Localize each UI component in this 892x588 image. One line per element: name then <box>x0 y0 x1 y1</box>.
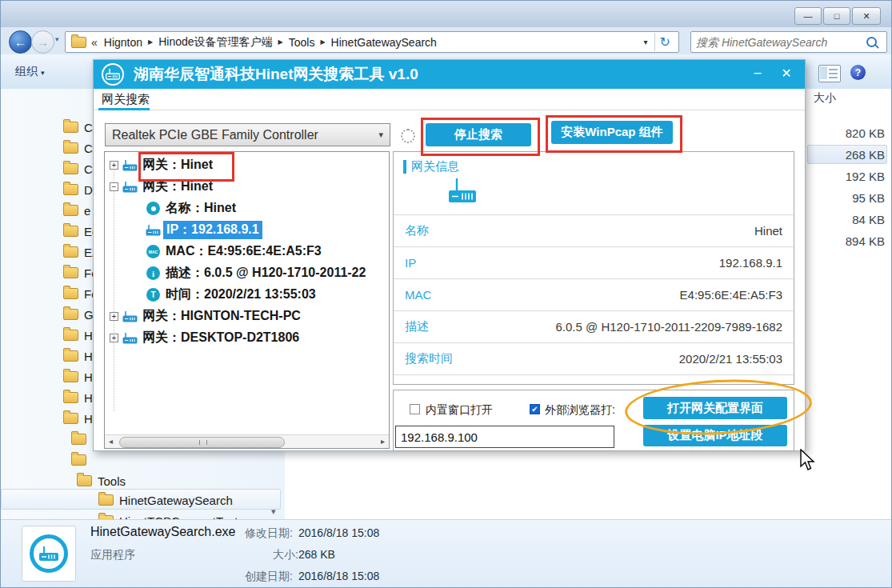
info-label: 描述 <box>405 319 429 334</box>
router-icon <box>446 176 478 208</box>
file-size-cell[interactable]: 268 KB <box>809 148 885 162</box>
address-bar[interactable]: « Hignton ▶ Hinode设备管理客户端 ▶ Tools ▶ Hine… <box>65 31 679 53</box>
tree-item-description[interactable]: i 描述：6.0.5 @ H120-1710-2011-22 <box>105 262 389 284</box>
info-icon: i <box>146 266 160 280</box>
tree-expander-icon[interactable]: − <box>110 182 118 191</box>
search-input[interactable] <box>691 33 866 52</box>
folder-icon <box>63 142 78 154</box>
info-value: 192.168.9.1 <box>719 256 782 270</box>
folder-icon <box>63 122 78 133</box>
help-icon[interactable]: ? <box>850 65 866 80</box>
folder-icon <box>63 413 78 424</box>
annotation-red-box-stop <box>421 118 540 156</box>
folder-icon <box>63 309 78 320</box>
external-browser-checkbox[interactable]: ✔ <box>530 404 540 414</box>
router-icon <box>38 546 59 562</box>
tree-item-mac[interactable]: MAC MAC：E4:95:6E:4E:A5:F3 <box>105 241 389 262</box>
tree-item-label: MAC：E4:95:6E:4E:A5:F3 <box>166 243 322 260</box>
info-divider <box>394 374 794 375</box>
breadcrumb-separator-icon: ▶ <box>148 38 153 46</box>
folder-icon <box>63 267 78 278</box>
sidebar-item[interactable]: H <box>63 409 93 428</box>
window-maximize-button[interactable]: □ <box>823 7 850 25</box>
window-minimize-button[interactable]: — <box>794 7 822 25</box>
tree-item-gateway-hignton[interactable]: + 网关：HIGNTON-TECH-PC <box>105 306 389 327</box>
folder-icon <box>63 184 78 195</box>
tree-item-gateway-desktop[interactable]: + 网关：DESKTOP-D2T1806 <box>105 327 389 349</box>
dialog-close-button[interactable]: ✕ <box>778 66 795 81</box>
breadcrumb-prefix[interactable]: « <box>91 36 98 49</box>
breadcrumb-item-tools[interactable]: Tools <box>289 36 315 49</box>
details-created-label: 创建日期: <box>245 570 293 584</box>
sidebar-item-tools[interactable]: Tools <box>77 471 126 490</box>
tree-item-time[interactable]: T 时间：2020/2/21 13:55:03 <box>105 284 389 306</box>
scroll-left-icon[interactable]: ◂ <box>109 437 113 446</box>
sidebar-item[interactable]: H <box>63 346 93 366</box>
nav-history-dropdown-icon[interactable]: ▾ <box>55 35 59 43</box>
gateway-tree-panel: + 网关：Hinet − 网关：Hinet 名称：Hinet <box>104 151 390 449</box>
dialog-tabbar: 网关搜索 <box>94 89 805 110</box>
sidebar-item[interactable] <box>71 450 92 470</box>
external-browser-label[interactable]: 外部浏览器打: <box>545 403 615 418</box>
sidebar-item-label: H <box>84 412 93 426</box>
dialog-title: 湖南华辰智通科技Hinet网关搜索工具 v1.0 <box>134 60 418 89</box>
info-row-description: 描述 6.0.5 @ H120-1710-2011-2209-7989-1682 <box>394 310 794 342</box>
organize-label: 组织 <box>15 65 38 78</box>
info-label: 名称 <box>405 223 429 238</box>
back-button[interactable]: ← <box>9 30 32 54</box>
breadcrumb-item-hignton[interactable]: Hignton <box>104 36 142 49</box>
tree-item-label: 名称：Hinet <box>166 200 236 217</box>
file-size-cell: 95 KB <box>809 191 885 205</box>
folder-icon <box>63 288 78 299</box>
folder-icon <box>63 330 78 341</box>
gateway-info-title: 网关信息 <box>411 159 459 174</box>
breadcrumb-item-hinode[interactable]: Hinode设备管理客户端 <box>158 35 272 50</box>
tree-horizontal-scrollbar[interactable]: ◂ ▸ <box>105 434 389 448</box>
sidebar-item[interactable]: H <box>63 367 93 386</box>
size-column-header[interactable]: 大小 <box>814 91 836 106</box>
info-value: Hinet <box>754 224 782 238</box>
search-box[interactable] <box>690 31 887 53</box>
embedded-window-label[interactable]: 内置窗口打开 <box>426 403 493 418</box>
tree-item-label: 描述：6.0.5 @ H120-1710-2011-22 <box>166 265 366 282</box>
search-icon[interactable] <box>866 37 877 47</box>
info-row-mac: MAC E4:95:6E:4E:A5:F3 <box>394 278 794 310</box>
sidebar-item[interactable] <box>71 430 92 449</box>
embedded-window-checkbox[interactable] <box>410 404 420 414</box>
info-value: E4:95:6E:4E:A5:F3 <box>680 288 782 302</box>
info-row-search-time: 搜索时间 2020/2/21 13:55:03 <box>394 342 794 374</box>
sidebar-item-label: H <box>84 391 93 405</box>
sidebar-item[interactable]: e <box>63 201 90 220</box>
scrollbar-thumb[interactable] <box>119 437 285 448</box>
sidebar-scroll-down-icon[interactable]: ▾ <box>271 506 276 517</box>
tab-gateway-search[interactable]: 网关搜索 <box>102 92 150 107</box>
gateway-info-box: 网关信息 名称 Hinet IP 192.168.9.1 MAC E4:95:6… <box>393 151 794 385</box>
change-view-line <box>829 69 838 70</box>
organize-menu-button[interactable]: 组织 ▾ <box>15 65 44 79</box>
tree-expander-icon[interactable]: + <box>110 161 118 170</box>
network-adapter-select[interactable]: Realtek PCIe GBE Family Controller ▾ <box>105 123 390 146</box>
folder-icon <box>63 392 78 403</box>
change-view-button[interactable] <box>818 65 841 82</box>
dialog-minimize-button[interactable]: – <box>749 66 766 80</box>
details-created-value: 2016/8/18 15:08 <box>298 570 379 582</box>
folder-icon <box>63 205 78 216</box>
refresh-icon[interactable]: ↻ <box>654 33 675 51</box>
ip-address-input[interactable] <box>395 426 614 448</box>
sidebar-item-hinetgatewaysearch[interactable]: HinetGatewaySearch <box>98 490 233 510</box>
address-dropdown-icon[interactable]: ▾ <box>638 38 654 46</box>
tree-expander-icon[interactable]: + <box>110 312 118 321</box>
router-icon <box>122 332 138 344</box>
window-close-button[interactable]: ✕ <box>852 7 881 25</box>
tree-item-ip-selected[interactable]: IP：192.168.9.1 <box>105 219 389 241</box>
forward-button[interactable]: → <box>31 30 54 54</box>
file-icon-tile <box>22 526 76 582</box>
scroll-right-icon[interactable]: ▸ <box>381 437 385 446</box>
folder-icon <box>77 475 92 486</box>
sidebar-item-label: HinetGatewaySearch <box>119 494 233 507</box>
tree-expander-icon[interactable]: + <box>110 334 118 342</box>
breadcrumb-item-hinetgatewaysearch[interactable]: HinetGatewaySearch <box>331 36 437 49</box>
tree-item-name[interactable]: 名称：Hinet <box>105 198 389 219</box>
folder-icon <box>63 163 78 174</box>
sidebar-item[interactable]: H <box>63 388 93 407</box>
